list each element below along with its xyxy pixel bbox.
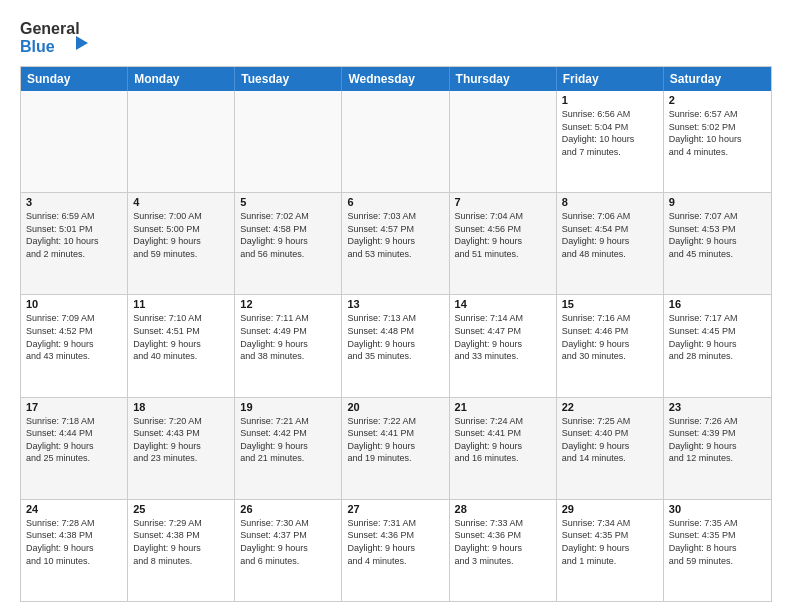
day-number: 1: [562, 94, 658, 106]
svg-marker-2: [76, 36, 88, 50]
calendar-cell: 15Sunrise: 7:16 AM Sunset: 4:46 PM Dayli…: [557, 295, 664, 396]
day-number: 3: [26, 196, 122, 208]
day-info: Sunrise: 7:14 AM Sunset: 4:47 PM Dayligh…: [455, 312, 551, 362]
calendar-cell: 9Sunrise: 7:07 AM Sunset: 4:53 PM Daylig…: [664, 193, 771, 294]
calendar-cell: 27Sunrise: 7:31 AM Sunset: 4:36 PM Dayli…: [342, 500, 449, 601]
calendar-row: 1Sunrise: 6:56 AM Sunset: 5:04 PM Daylig…: [21, 91, 771, 193]
calendar-cell: 1Sunrise: 6:56 AM Sunset: 5:04 PM Daylig…: [557, 91, 664, 192]
calendar-cell: 5Sunrise: 7:02 AM Sunset: 4:58 PM Daylig…: [235, 193, 342, 294]
calendar-cell: 24Sunrise: 7:28 AM Sunset: 4:38 PM Dayli…: [21, 500, 128, 601]
calendar-cell: [342, 91, 449, 192]
calendar-cell: 8Sunrise: 7:06 AM Sunset: 4:54 PM Daylig…: [557, 193, 664, 294]
day-info: Sunrise: 7:26 AM Sunset: 4:39 PM Dayligh…: [669, 415, 766, 465]
day-number: 14: [455, 298, 551, 310]
day-info: Sunrise: 7:13 AM Sunset: 4:48 PM Dayligh…: [347, 312, 443, 362]
calendar-cell: 10Sunrise: 7:09 AM Sunset: 4:52 PM Dayli…: [21, 295, 128, 396]
day-number: 10: [26, 298, 122, 310]
calendar-cell: 4Sunrise: 7:00 AM Sunset: 5:00 PM Daylig…: [128, 193, 235, 294]
day-info: Sunrise: 6:59 AM Sunset: 5:01 PM Dayligh…: [26, 210, 122, 260]
day-number: 11: [133, 298, 229, 310]
svg-text:Blue: Blue: [20, 38, 55, 55]
weekday-header: Monday: [128, 67, 235, 91]
calendar-cell: 26Sunrise: 7:30 AM Sunset: 4:37 PM Dayli…: [235, 500, 342, 601]
day-number: 25: [133, 503, 229, 515]
weekday-header: Tuesday: [235, 67, 342, 91]
weekday-header: Thursday: [450, 67, 557, 91]
day-number: 21: [455, 401, 551, 413]
day-info: Sunrise: 7:35 AM Sunset: 4:35 PM Dayligh…: [669, 517, 766, 567]
day-info: Sunrise: 7:03 AM Sunset: 4:57 PM Dayligh…: [347, 210, 443, 260]
day-number: 5: [240, 196, 336, 208]
calendar-row: 10Sunrise: 7:09 AM Sunset: 4:52 PM Dayli…: [21, 295, 771, 397]
day-number: 30: [669, 503, 766, 515]
day-info: Sunrise: 7:22 AM Sunset: 4:41 PM Dayligh…: [347, 415, 443, 465]
day-info: Sunrise: 7:33 AM Sunset: 4:36 PM Dayligh…: [455, 517, 551, 567]
day-info: Sunrise: 7:29 AM Sunset: 4:38 PM Dayligh…: [133, 517, 229, 567]
day-info: Sunrise: 7:06 AM Sunset: 4:54 PM Dayligh…: [562, 210, 658, 260]
calendar-cell: 22Sunrise: 7:25 AM Sunset: 4:40 PM Dayli…: [557, 398, 664, 499]
day-number: 17: [26, 401, 122, 413]
calendar-cell: 11Sunrise: 7:10 AM Sunset: 4:51 PM Dayli…: [128, 295, 235, 396]
calendar-cell: 6Sunrise: 7:03 AM Sunset: 4:57 PM Daylig…: [342, 193, 449, 294]
calendar: SundayMondayTuesdayWednesdayThursdayFrid…: [20, 66, 772, 602]
calendar-cell: 23Sunrise: 7:26 AM Sunset: 4:39 PM Dayli…: [664, 398, 771, 499]
calendar-row: 3Sunrise: 6:59 AM Sunset: 5:01 PM Daylig…: [21, 193, 771, 295]
calendar-row: 17Sunrise: 7:18 AM Sunset: 4:44 PM Dayli…: [21, 398, 771, 500]
day-info: Sunrise: 7:02 AM Sunset: 4:58 PM Dayligh…: [240, 210, 336, 260]
calendar-cell: 21Sunrise: 7:24 AM Sunset: 4:41 PM Dayli…: [450, 398, 557, 499]
day-info: Sunrise: 7:00 AM Sunset: 5:00 PM Dayligh…: [133, 210, 229, 260]
day-info: Sunrise: 7:18 AM Sunset: 4:44 PM Dayligh…: [26, 415, 122, 465]
calendar-cell: 29Sunrise: 7:34 AM Sunset: 4:35 PM Dayli…: [557, 500, 664, 601]
calendar-cell: 3Sunrise: 6:59 AM Sunset: 5:01 PM Daylig…: [21, 193, 128, 294]
day-number: 20: [347, 401, 443, 413]
calendar-cell: 13Sunrise: 7:13 AM Sunset: 4:48 PM Dayli…: [342, 295, 449, 396]
day-number: 23: [669, 401, 766, 413]
day-number: 13: [347, 298, 443, 310]
weekday-header: Friday: [557, 67, 664, 91]
day-number: 28: [455, 503, 551, 515]
day-number: 8: [562, 196, 658, 208]
weekday-header: Saturday: [664, 67, 771, 91]
calendar-cell: [235, 91, 342, 192]
day-number: 6: [347, 196, 443, 208]
calendar-cell: 28Sunrise: 7:33 AM Sunset: 4:36 PM Dayli…: [450, 500, 557, 601]
calendar-cell: 30Sunrise: 7:35 AM Sunset: 4:35 PM Dayli…: [664, 500, 771, 601]
logo-icon: GeneralBlue: [20, 16, 90, 56]
day-number: 19: [240, 401, 336, 413]
day-info: Sunrise: 7:04 AM Sunset: 4:56 PM Dayligh…: [455, 210, 551, 260]
day-number: 7: [455, 196, 551, 208]
day-info: Sunrise: 7:34 AM Sunset: 4:35 PM Dayligh…: [562, 517, 658, 567]
header: GeneralBlue: [20, 16, 772, 56]
day-number: 2: [669, 94, 766, 106]
day-info: Sunrise: 7:07 AM Sunset: 4:53 PM Dayligh…: [669, 210, 766, 260]
day-info: Sunrise: 7:17 AM Sunset: 4:45 PM Dayligh…: [669, 312, 766, 362]
day-number: 22: [562, 401, 658, 413]
page: GeneralBlue SundayMondayTuesdayWednesday…: [0, 0, 792, 612]
day-number: 24: [26, 503, 122, 515]
calendar-cell: 16Sunrise: 7:17 AM Sunset: 4:45 PM Dayli…: [664, 295, 771, 396]
day-info: Sunrise: 7:09 AM Sunset: 4:52 PM Dayligh…: [26, 312, 122, 362]
calendar-cell: [450, 91, 557, 192]
svg-text:General: General: [20, 20, 80, 37]
calendar-cell: 7Sunrise: 7:04 AM Sunset: 4:56 PM Daylig…: [450, 193, 557, 294]
day-number: 27: [347, 503, 443, 515]
day-number: 18: [133, 401, 229, 413]
day-info: Sunrise: 7:31 AM Sunset: 4:36 PM Dayligh…: [347, 517, 443, 567]
calendar-cell: [21, 91, 128, 192]
weekday-header: Wednesday: [342, 67, 449, 91]
calendar-cell: 14Sunrise: 7:14 AM Sunset: 4:47 PM Dayli…: [450, 295, 557, 396]
day-info: Sunrise: 6:57 AM Sunset: 5:02 PM Dayligh…: [669, 108, 766, 158]
day-info: Sunrise: 7:21 AM Sunset: 4:42 PM Dayligh…: [240, 415, 336, 465]
logo: GeneralBlue: [20, 16, 90, 56]
day-number: 16: [669, 298, 766, 310]
calendar-cell: 18Sunrise: 7:20 AM Sunset: 4:43 PM Dayli…: [128, 398, 235, 499]
calendar-cell: 17Sunrise: 7:18 AM Sunset: 4:44 PM Dayli…: [21, 398, 128, 499]
day-number: 29: [562, 503, 658, 515]
day-info: Sunrise: 7:28 AM Sunset: 4:38 PM Dayligh…: [26, 517, 122, 567]
day-number: 4: [133, 196, 229, 208]
calendar-cell: 20Sunrise: 7:22 AM Sunset: 4:41 PM Dayli…: [342, 398, 449, 499]
day-info: Sunrise: 6:56 AM Sunset: 5:04 PM Dayligh…: [562, 108, 658, 158]
day-number: 26: [240, 503, 336, 515]
calendar-row: 24Sunrise: 7:28 AM Sunset: 4:38 PM Dayli…: [21, 500, 771, 601]
calendar-header: SundayMondayTuesdayWednesdayThursdayFrid…: [21, 67, 771, 91]
